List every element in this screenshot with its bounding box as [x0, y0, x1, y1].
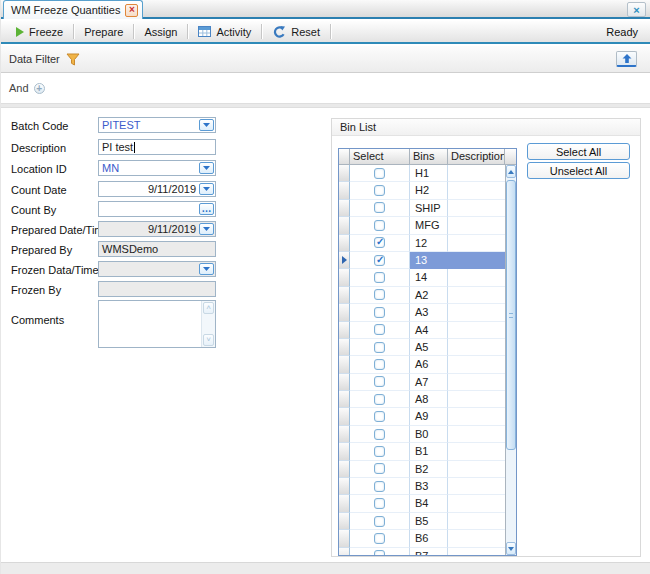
location-id-combo[interactable]: MN — [98, 160, 216, 176]
bin-checkbox[interactable] — [374, 446, 385, 457]
bin-name-cell[interactable]: H1 — [410, 165, 448, 182]
scroll-down-button[interactable] — [506, 542, 516, 555]
scroll-up-button[interactable] — [506, 165, 516, 178]
bin-checkbox[interactable] — [374, 307, 385, 318]
bin-checkbox[interactable] — [374, 168, 385, 179]
bin-name-cell[interactable]: A9 — [410, 408, 448, 425]
bin-description-cell[interactable] — [448, 530, 505, 547]
row-selector-cell[interactable] — [339, 182, 350, 199]
bin-name-cell[interactable]: B5 — [410, 513, 448, 530]
row-selector-cell[interactable] — [339, 269, 350, 286]
row-selector-cell[interactable] — [339, 235, 350, 252]
select-cell[interactable] — [350, 495, 410, 512]
bin-checkbox[interactable] — [374, 498, 385, 509]
row-selector-cell[interactable] — [339, 426, 350, 443]
row-selector-cell[interactable] — [339, 391, 350, 408]
bin-checkbox[interactable] — [374, 533, 385, 544]
bin-name-cell[interactable]: A3 — [410, 304, 448, 321]
prepared-datetime-picker[interactable]: 9/11/2019 — [98, 221, 216, 237]
select-cell[interactable] — [350, 304, 410, 321]
select-cell[interactable] — [350, 200, 410, 217]
frozen-datetime-picker[interactable] — [98, 261, 216, 277]
table-row[interactable]: B1 — [339, 443, 505, 460]
bin-description-cell[interactable] — [448, 322, 505, 339]
bin-description-cell[interactable] — [448, 478, 505, 495]
row-selector-cell[interactable] — [339, 408, 350, 425]
table-row[interactable]: H2 — [339, 182, 505, 199]
select-all-button[interactable]: Select All — [527, 143, 630, 160]
select-cell[interactable] — [350, 322, 410, 339]
bin-checkbox[interactable] — [374, 272, 385, 283]
bin-description-cell[interactable] — [448, 182, 505, 199]
bin-name-cell[interactable]: MFG — [410, 217, 448, 234]
scroll-up-icon[interactable]: ˄ — [203, 302, 214, 314]
row-selector-cell[interactable] — [339, 200, 350, 217]
table-row[interactable]: H1 — [339, 165, 505, 182]
select-cell[interactable] — [350, 269, 410, 286]
table-row[interactable]: MFG — [339, 217, 505, 234]
row-selector-cell[interactable] — [339, 548, 350, 555]
bin-name-cell[interactable]: 14 — [410, 269, 448, 286]
select-cell[interactable] — [350, 408, 410, 425]
comments-textarea[interactable]: ˄ ˅ — [98, 300, 216, 348]
table-row[interactable]: B0 — [339, 426, 505, 443]
bin-description-cell[interactable] — [448, 374, 505, 391]
filter-operator-label[interactable]: And — [9, 82, 29, 94]
select-cell[interactable] — [350, 426, 410, 443]
table-row[interactable]: 12 — [339, 235, 505, 252]
table-row[interactable]: A2 — [339, 287, 505, 304]
batch-code-combo[interactable]: PITEST — [98, 117, 216, 133]
bin-checkbox[interactable] — [374, 185, 385, 196]
table-row[interactable]: 14 — [339, 269, 505, 286]
bin-description-cell[interactable] — [448, 391, 505, 408]
select-cell[interactable] — [350, 478, 410, 495]
dropdown-button[interactable] — [199, 183, 214, 195]
row-selector-cell[interactable] — [339, 495, 350, 512]
comments-scrollbar[interactable]: ˄ ˅ — [201, 301, 215, 347]
bin-checkbox[interactable] — [374, 411, 385, 422]
bin-checkbox[interactable] — [374, 289, 385, 300]
select-cell[interactable] — [350, 339, 410, 356]
table-row[interactable]: A6 — [339, 356, 505, 373]
table-row[interactable]: A7 — [339, 374, 505, 391]
bin-description-cell[interactable] — [448, 235, 505, 252]
bin-description-cell[interactable] — [448, 513, 505, 530]
bin-description-cell[interactable] — [448, 252, 505, 269]
bin-name-cell[interactable]: A2 — [410, 287, 448, 304]
bin-name-cell[interactable]: A4 — [410, 322, 448, 339]
count-date-picker[interactable]: 9/11/2019 — [98, 181, 216, 197]
table-row[interactable]: B6 — [339, 530, 505, 547]
bin-name-cell[interactable]: B0 — [410, 426, 448, 443]
table-row[interactable]: A4 — [339, 322, 505, 339]
table-row[interactable]: B4 — [339, 495, 505, 512]
row-selector-cell[interactable] — [339, 374, 350, 391]
bin-checkbox[interactable] — [374, 463, 385, 474]
bin-description-cell[interactable] — [448, 304, 505, 321]
bin-table-scrollbar[interactable] — [505, 165, 516, 555]
bin-description-cell[interactable] — [448, 200, 505, 217]
bin-description-cell[interactable] — [448, 287, 505, 304]
bin-name-cell[interactable]: H2 — [410, 182, 448, 199]
bin-name-cell[interactable]: B2 — [410, 461, 448, 478]
bin-checkbox[interactable] — [374, 376, 385, 387]
bin-name-cell[interactable]: A8 — [410, 391, 448, 408]
bin-name-cell[interactable]: 13 — [410, 252, 448, 269]
bin-checkbox[interactable] — [374, 202, 385, 213]
bin-description-cell[interactable] — [448, 461, 505, 478]
bin-name-cell[interactable]: B1 — [410, 443, 448, 460]
select-cell[interactable] — [350, 548, 410, 555]
select-cell[interactable] — [350, 252, 410, 269]
bin-checkbox[interactable] — [374, 359, 385, 370]
bin-name-cell[interactable]: A6 — [410, 356, 448, 373]
table-row[interactable]: B3 — [339, 478, 505, 495]
row-selector-cell[interactable] — [339, 217, 350, 234]
select-cell[interactable] — [350, 165, 410, 182]
bin-name-cell[interactable]: SHIP — [410, 200, 448, 217]
bin-description-cell[interactable] — [448, 356, 505, 373]
bin-description-cell[interactable] — [448, 269, 505, 286]
row-selector-cell[interactable] — [339, 530, 350, 547]
table-row[interactable]: 13 — [339, 252, 505, 269]
collapse-filter-button[interactable] — [616, 51, 637, 67]
select-cell[interactable] — [350, 356, 410, 373]
row-selector-cell[interactable] — [339, 461, 350, 478]
